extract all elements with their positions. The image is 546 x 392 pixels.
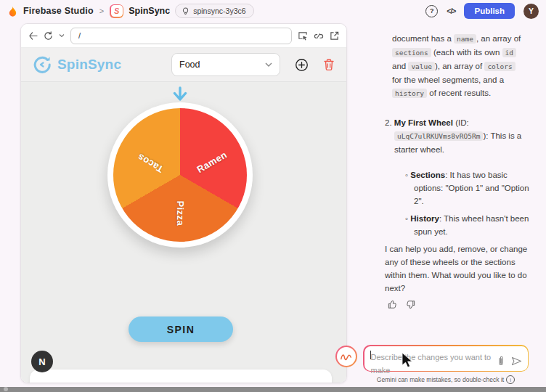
- code-chip: sections: [392, 48, 431, 57]
- wheel-segment-label: Ramen: [195, 149, 229, 175]
- chevron-down-icon: [265, 62, 272, 67]
- preview-url-bar[interactable]: [70, 28, 292, 44]
- customize-wheel-card: Customize Wheel Food: [30, 369, 332, 383]
- mouse-cursor: [402, 352, 414, 372]
- refresh-icon[interactable]: [44, 31, 53, 41]
- workspace-badge[interactable]: spinsync-3y3c6: [175, 4, 253, 18]
- add-wheel-button[interactable]: [295, 58, 309, 72]
- spinsync-logo: SpinSync: [33, 55, 164, 74]
- deploy-balloon-icon: [182, 7, 190, 15]
- top-bar-actions: ? </> Publish Y: [425, 3, 546, 19]
- window-bottom-edge: [0, 387, 546, 392]
- firebase-studio-window: Firebase Studio > S SpinSync spinsync-3y…: [0, 0, 546, 392]
- breadcrumb: Firebase Studio > S SpinSync spinsync-3y…: [0, 4, 425, 18]
- message-feedback: [388, 300, 415, 309]
- bullet-marker: ◦: [405, 171, 408, 179]
- user-avatar[interactable]: Y: [523, 4, 539, 19]
- help-icon[interactable]: ?: [425, 5, 438, 17]
- open-in-new-window-icon[interactable]: [330, 31, 339, 41]
- link-icon[interactable]: [314, 31, 324, 40]
- wheel-select-dropdown[interactable]: Food: [171, 53, 280, 76]
- chat-list-item-2: 2. My First Wheel (ID: uLqC7ulRKUVms8vRO…: [385, 116, 532, 156]
- code-chip: id: [502, 48, 516, 57]
- info-icon[interactable]: i: [506, 375, 515, 384]
- bottom-edge-dot: [4, 387, 8, 391]
- publish-button[interactable]: Publish: [464, 3, 515, 19]
- url-input[interactable]: [77, 30, 285, 41]
- back-icon[interactable]: [28, 32, 38, 40]
- prize-wheel[interactable]: Ramen Pizza Tacos: [107, 102, 253, 248]
- spinsync-app-icon: S: [110, 4, 123, 18]
- chat-closing-paragraph: I can help you add, remove, or change an…: [385, 242, 529, 295]
- thumbs-up-icon[interactable]: [388, 300, 397, 309]
- delete-wheel-button[interactable]: [323, 58, 335, 71]
- top-bar: Firebase Studio > S SpinSync spinsync-3y…: [0, 0, 546, 22]
- app-name[interactable]: SpinSync: [129, 6, 170, 16]
- wheel-segment-label: Tacos: [136, 152, 166, 175]
- chat-sub-bullet: ◦ Sections: It has two basic options: "O…: [405, 168, 534, 208]
- spin-button[interactable]: SPIN: [129, 317, 233, 342]
- chat-input-placeholder: Describe the changes you want to make: [371, 353, 492, 375]
- customize-wheel-heading: Customize Wheel: [30, 369, 332, 383]
- gemini-agent-icon[interactable]: [335, 346, 357, 367]
- list-marker: 2.: [385, 118, 394, 127]
- bullet-marker: ◦: [405, 214, 408, 223]
- code-chip: value: [408, 62, 435, 71]
- wheel-segment-label: Pizza: [175, 201, 186, 226]
- send-icon[interactable]: [511, 356, 522, 366]
- brand-title[interactable]: Firebase Studio: [23, 6, 94, 16]
- wheel-select-value: Food: [179, 60, 200, 70]
- thumbs-down-icon[interactable]: [406, 300, 415, 309]
- attach-file-icon[interactable]: [497, 356, 505, 367]
- chat-input-border: Describe the changes you want to make: [363, 345, 529, 372]
- firebase-flame-icon: [7, 5, 18, 17]
- code-chip: uLqC7ulRKUVms8vRO5Rm: [394, 131, 483, 141]
- chat-sub-bullet: ◦ History: This wheel hasn't been spun y…: [405, 212, 534, 238]
- text-caret: [370, 351, 371, 359]
- refresh-options-chevron-icon[interactable]: [59, 33, 65, 38]
- code-chip: history: [392, 89, 427, 98]
- app-logo-title: SpinSync: [57, 57, 121, 73]
- wheel-stage: Ramen Pizza Tacos SPIN Customize Wheel F…: [21, 82, 346, 383]
- workspace-name: spinsync-3y3c6: [193, 7, 245, 15]
- spin-arrow-logo-icon: [33, 55, 52, 74]
- inspect-element-icon[interactable]: [298, 31, 308, 41]
- code-view-icon[interactable]: </>: [447, 7, 455, 15]
- preview-toolbar: [21, 24, 346, 48]
- app-preview-pane: SpinSync Food Ramen Pizza Tacos: [20, 23, 347, 383]
- code-chip: colors: [484, 62, 515, 71]
- gemini-chat-panel: document has a name, an array of section…: [356, 22, 546, 387]
- chat-message-paragraph: document has a name, an array of section…: [392, 32, 524, 100]
- chat-input[interactable]: Describe the changes you want to make: [364, 346, 528, 371]
- gemini-disclaimer: Gemini can make mistakes, so double-chec…: [363, 375, 529, 384]
- collaborator-cursor-badge: N: [31, 351, 53, 372]
- spinsync-app-header: SpinSync Food: [21, 48, 346, 82]
- breadcrumb-separator: >: [99, 7, 104, 15]
- wheel-segments[interactable]: Ramen Pizza Tacos: [113, 108, 247, 242]
- code-chip: name: [454, 34, 476, 44]
